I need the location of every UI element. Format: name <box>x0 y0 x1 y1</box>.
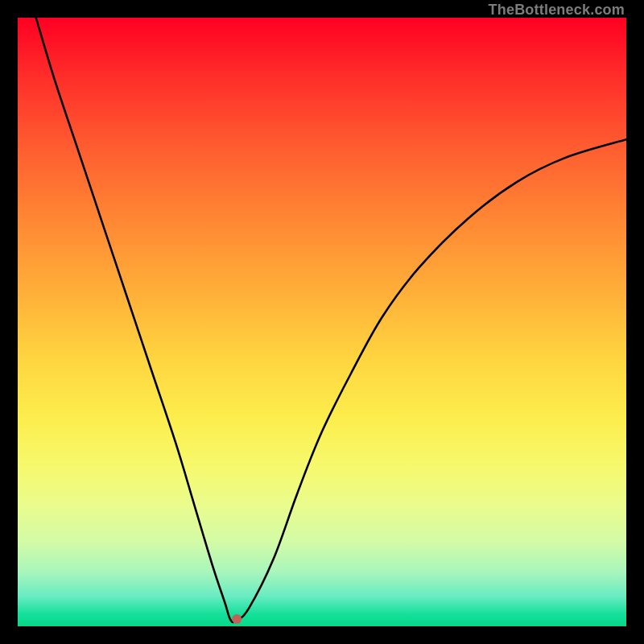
chart-frame: TheBottleneck.com <box>0 0 644 644</box>
chart-plot <box>18 18 626 626</box>
bottleneck-curve <box>36 18 626 622</box>
minimum-marker <box>232 614 242 624</box>
attribution-label: TheBottleneck.com <box>489 2 625 19</box>
